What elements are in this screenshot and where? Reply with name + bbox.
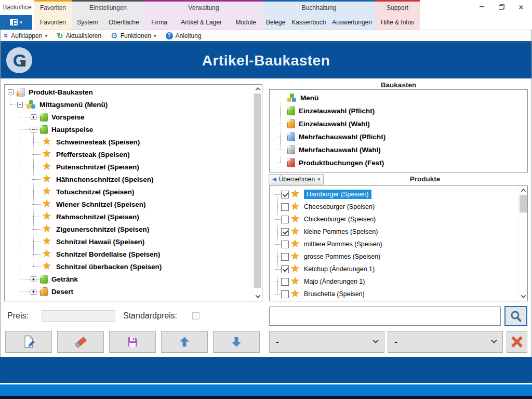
produkt-item[interactable]: Ketchup (Änderungen 1)	[270, 263, 527, 275]
close-icon[interactable]: ×	[517, 3, 525, 10]
tab-backoffice[interactable]: Backoffice	[0, 0, 34, 15]
produkt-item[interactable]: Cheeseburger (Speisen)	[270, 201, 527, 213]
tree-item[interactable]: Pfeffersteak (Speisen)	[5, 148, 262, 161]
ribbon-item-auswertungen[interactable]: Auswertungen	[330, 19, 374, 26]
search-button[interactable]	[504, 306, 527, 326]
produkt-checkbox[interactable]	[281, 278, 289, 286]
ribbon-item-favoriten[interactable]: Favoriten	[38, 19, 68, 26]
preis-label: Preis:	[7, 311, 29, 321]
expand-icon[interactable]	[31, 289, 36, 295]
ribbon-item-kassenbuch[interactable]: Kassenbuch	[289, 19, 328, 26]
save-button[interactable]	[109, 331, 156, 353]
produkt-checkbox[interactable]	[281, 241, 289, 248]
dropdown-1[interactable]: -	[269, 331, 384, 353]
tree-item[interactable]: Schnitzel Hawaii (Speisen)	[5, 235, 262, 248]
tree-item[interactable]: Getränk	[5, 273, 262, 285]
baukasten-item[interactable]: Menü	[270, 91, 527, 104]
toolbar-aktualisieren-button[interactable]: ↻Aktualisieren	[57, 32, 101, 39]
produkt-item[interactable]: Chickenburger (Speisen)	[270, 213, 527, 225]
baukasten-item[interactable]: Mehrfachauswahl (Wahl)	[270, 143, 527, 156]
save-icon	[125, 335, 140, 349]
tree-scrollbar[interactable]	[253, 85, 262, 301]
collapse-icon[interactable]	[8, 89, 14, 95]
collapse-icon[interactable]	[31, 127, 36, 132]
tree-item[interactable]: Wiener Schnitzel (Speisen)	[5, 198, 262, 210]
scroll-up-icon[interactable]	[255, 87, 260, 92]
produkt-item[interactable]: Majo (Änderungen 1)	[270, 275, 527, 288]
tree-item[interactable]: Zigeunerschnitzel (Speisen)	[5, 223, 262, 235]
tree-item[interactable]: Schnitzel Bordellaise (Speisen)	[5, 248, 262, 260]
baukasten-item[interactable]: Mehrfachauswahl (Pflicht)	[270, 130, 527, 143]
ribbon-item-hilfe-infos[interactable]: Hilfe & Infos	[379, 19, 417, 26]
produkt-checkbox[interactable]	[281, 265, 289, 273]
dropdown-2[interactable]: -	[388, 331, 503, 353]
produkt-item-label: Cheeseburger (Speisen)	[304, 203, 375, 210]
ribbon-group-buchhaltung[interactable]: Buchhaltung	[263, 0, 375, 15]
ribbon-group-einstellungen[interactable]: Einstellungen	[72, 0, 144, 15]
scroll-down-icon[interactable]	[255, 293, 260, 298]
ribbon-item-system[interactable]: System	[75, 19, 100, 26]
produkt-item[interactable]: mittlere Pommes (Speisen)	[270, 238, 527, 250]
scrollbar-thumb[interactable]	[520, 195, 527, 212]
tree-item[interactable]: Produkt-Baukasten	[5, 86, 262, 98]
clear-button[interactable]	[507, 331, 527, 353]
produkte-list: Hamburger (Speisen)Cheeseburger (Speisen…	[270, 186, 527, 301]
toolbar-funktionen-button[interactable]: ⚙Funktionen▾	[111, 32, 156, 39]
collapse-icon[interactable]	[17, 102, 23, 108]
produkt-checkbox[interactable]	[281, 253, 289, 261]
arrow-down-button[interactable]	[213, 331, 260, 353]
scrollbar-thumb[interactable]	[254, 94, 261, 288]
scroll-up-icon[interactable]	[521, 189, 526, 194]
scroll-down-icon[interactable]	[521, 293, 526, 298]
apply-button[interactable]: ◀ Übernehmen ▾	[269, 174, 324, 184]
produkt-checkbox[interactable]	[281, 290, 289, 298]
app-menu-button[interactable]: ▾	[0, 15, 32, 30]
expand-icon[interactable]	[31, 276, 36, 282]
standardpreis-label: Standardpreis:	[123, 311, 177, 321]
tree-item[interactable]: Hähnchenschnitzel (Speisen)	[5, 173, 262, 185]
tree-item[interactable]: Desert	[5, 285, 262, 298]
baukasten-item[interactable]: Produktbuchungen (Fest)	[270, 156, 527, 169]
ribbon-item-module[interactable]: Module	[233, 19, 258, 26]
toolbar-anleitung-button[interactable]: ?Anleitung	[166, 32, 202, 39]
arrow-up-button[interactable]	[161, 331, 208, 353]
produkt-checkbox[interactable]	[281, 203, 289, 211]
ribbon-item-artikel-lager[interactable]: Artikel & Lager	[179, 19, 224, 26]
toolbar-aufklappen-button[interactable]: »Aufklappen▾	[4, 32, 47, 39]
produkt-checkbox[interactable]	[281, 216, 289, 223]
standardpreis-checkbox[interactable]	[192, 312, 200, 320]
produkt-item[interactable]: grosse Pommes (Speisen)	[270, 250, 527, 263]
produkt-item[interactable]: Bruschetta (Speisen)	[270, 288, 527, 300]
minimize-icon[interactable]	[478, 3, 485, 10]
tree-item[interactable]: Mittagsmenü (Menü)	[5, 98, 262, 111]
search-input[interactable]	[269, 307, 501, 326]
expand-icon[interactable]	[31, 114, 36, 120]
star-icon	[290, 264, 301, 274]
eraser-button[interactable]	[57, 331, 104, 353]
produkt-item[interactable]: Hamburger (Speisen)	[270, 188, 527, 201]
new-document-button[interactable]	[5, 331, 52, 353]
ribbon-group-verwaltung[interactable]: Verwaltung	[144, 0, 263, 15]
produkt-item[interactable]: kleine Pommes (Speisen)	[270, 225, 527, 238]
preis-input[interactable]	[42, 310, 115, 322]
baukasten-item-label: Mehrfachauswahl (Wahl)	[299, 146, 381, 154]
baukasten-item[interactable]: Einzelauswahl (Wahl)	[270, 117, 527, 130]
tree-item[interactable]: Putenschnitzel (Speisen)	[5, 161, 262, 173]
baukasten-item[interactable]: Einzelauswahl (Pflicht)	[270, 104, 527, 117]
ribbon-item-oberfläche[interactable]: Oberfläche	[107, 19, 141, 26]
tree-item[interactable]: Tofuschnitzel (Speisen)	[5, 185, 262, 198]
taskbar	[0, 396, 532, 399]
restore-icon[interactable]	[498, 3, 505, 10]
ribbon-item-firma[interactable]: Firma	[149, 19, 169, 26]
produkt-checkbox[interactable]	[281, 191, 289, 198]
tree-item[interactable]: Schweinesteak (Speisen)	[5, 136, 262, 148]
produkte-scrollbar[interactable]	[518, 186, 527, 301]
ribbon-group-favoriten[interactable]: Favoriten	[34, 0, 72, 15]
ribbon-group-support[interactable]: Support	[375, 0, 420, 15]
ribbon-item-belege[interactable]: Belege	[264, 19, 287, 26]
tree-item[interactable]: Hauptspeise	[5, 123, 262, 136]
tree-item[interactable]: Rahmschnitzel (Speisen)	[5, 210, 262, 223]
tree-item[interactable]: Vorspeise	[5, 111, 262, 123]
tree-item[interactable]: Schnitzel überbacken (Speisen)	[5, 260, 262, 273]
produkt-checkbox[interactable]	[281, 228, 289, 236]
